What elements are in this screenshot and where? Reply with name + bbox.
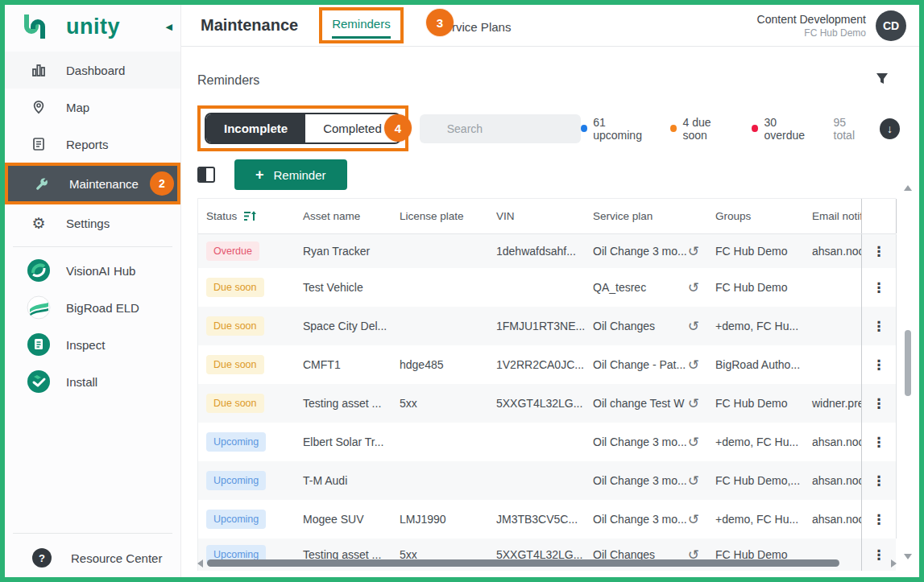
column-header-service-plan[interactable]: Service plan [585,210,707,222]
resource-center-link[interactable]: ? Resource Center [5,539,180,577]
sidebar-item-bigroad-eld[interactable]: BigRoad ELD [5,289,180,326]
actions-row: + Reminder [197,159,903,190]
sidebar-item-map[interactable]: Map [5,89,180,126]
groups-cell: +demo, FC Hu... [707,435,804,448]
vin-cell: JM3TB3CV5C... [488,513,585,526]
vertical-scroll-thumb[interactable] [905,330,911,396]
add-reminder-label: Reminder [274,168,326,182]
bar-chart-icon [31,62,47,78]
horizontal-scroll-thumb[interactable] [207,559,839,567]
legend-upcoming: 61 upcoming [581,116,654,142]
page-title: Maintenance [201,16,298,35]
column-header-groups[interactable]: Groups [707,210,804,222]
kebab-menu-icon[interactable]: ⋮ [872,395,886,412]
status-badge: Due soon [206,355,264,374]
kebab-menu-icon[interactable]: ⋮ [872,243,886,260]
sidebar-divider [13,246,172,247]
gear-icon: ⚙ [31,215,47,231]
tab-reminders[interactable]: Reminders [332,17,391,39]
groups-cell: FC Hub Demo [707,245,804,258]
scroll-up-icon[interactable] [904,185,912,191]
table-row[interactable]: Due soon Testing asset ... 5xx 5XXGT4L32… [198,384,896,423]
status-badge: Due soon [206,278,264,297]
kebab-menu-icon[interactable]: ⋮ [872,318,886,335]
status-badge: Upcoming [206,471,266,490]
sidebar-collapse-icon[interactable]: ◀ [166,22,172,32]
scroll-right-icon[interactable] [891,559,897,568]
scroll-left-icon[interactable] [197,559,203,568]
asset-name-cell: CMFT1 [295,358,392,371]
plus-icon: + [255,167,264,184]
sidebar-item-dashboard[interactable]: Dashboard [5,52,180,89]
table-row[interactable]: Overdue Ryan Tracker 1dehwafdsahf... Oil… [198,234,896,268]
column-header-license-plate[interactable]: License plate [392,210,488,222]
email-notif-cell [804,268,862,307]
annotation-mark-3: 3 [426,9,454,36]
legend-due-soon: 4 due soon [670,116,735,142]
visionai-hub-icon [27,258,51,283]
legend-overdue: 30 overdue [752,116,818,142]
table-row[interactable]: Upcoming T-M Audi Oil Change 3 mo...↺ FC… [198,461,896,500]
sidebar-item-inspect[interactable]: Inspect [5,326,180,363]
table-row[interactable]: Due soon Space City Del... 1FMJU1RT3NE..… [198,307,896,345]
vertical-scrollbar[interactable] [903,184,913,561]
table-row[interactable]: Due soon CMFT1 hdge485 1V2RR2CA0JC... Oi… [198,345,896,384]
sort-ascending-icon[interactable] [243,210,257,222]
email-notif-cell: ahsan.noo [804,234,862,268]
horizontal-scrollbar[interactable] [197,559,897,568]
user-text: Content Development FC Hub Demo [757,13,866,39]
status-badge: Upcoming [206,432,266,452]
inspect-icon [27,332,51,357]
table-row[interactable]: Upcoming Elbert Solar Tr... Oil Change 3… [198,423,896,461]
scroll-down-icon[interactable] [904,554,912,559]
map-pin-icon [31,99,47,115]
history-clock-icon: ↺ [688,281,699,295]
user-avatar[interactable]: CD [876,10,906,41]
app-window: unity ◀ Dashboard Map Reports [0,0,924,582]
kebab-menu-icon[interactable]: ⋮ [872,511,886,528]
status-badge: Due soon [206,316,264,336]
download-icon[interactable]: ↓ [880,118,900,139]
table-row[interactable]: Due soon Test Vehicle QA_tesrec↺ FC Hub … [198,268,896,307]
reminders-table: Status Asset name License plate VIN Serv… [197,198,896,571]
add-reminder-button[interactable]: + Reminder [234,159,347,190]
column-header-status[interactable]: Status [198,210,295,222]
email-notif-cell [804,345,862,384]
column-layout-icon[interactable] [197,167,215,183]
sidebar-item-visionai-hub[interactable]: VisionAI Hub [5,252,180,289]
groups-cell: +demo, FC Hu... [707,320,804,332]
history-clock-icon: ↺ [688,320,699,333]
sidebar-spacer [5,400,180,528]
sidebar-item-reports[interactable]: Reports [5,126,180,163]
column-header-vin[interactable]: VIN [488,210,585,222]
section-head: Reminders [197,72,903,88]
asset-name-cell: Elbert Solar Tr... [295,435,392,448]
sidebar-item-install[interactable]: Install [5,363,180,400]
sidebar: unity ◀ Dashboard Map Reports [5,5,181,577]
search-input[interactable] [420,114,581,143]
service-plan-cell: Oil Change - Pat... [593,358,688,371]
column-header-asset-name[interactable]: Asset name [295,210,392,222]
status-badge: Upcoming [206,510,266,529]
toggle-incomplete[interactable]: Incomplete [206,114,305,142]
license-plate-cell: hdge485 [392,358,488,371]
kebab-menu-icon[interactable]: ⋮ [872,279,886,296]
history-clock-icon: ↺ [688,358,699,372]
column-header-email-notif[interactable]: Email notif [804,199,862,233]
unity-logo-icon [21,13,48,40]
kebab-menu-icon[interactable]: ⋮ [872,434,886,451]
history-clock-icon: ↺ [688,474,699,488]
sidebar-item-label: BigRoad ELD [66,301,139,315]
groups-cell: FC Hub Demo,... [707,474,804,487]
email-notif-cell: widner.pre [804,384,862,423]
kebab-menu-icon[interactable]: ⋮ [872,473,886,489]
report-document-icon [31,136,47,152]
groups-cell: +demo, FC Hu... [707,513,804,526]
status-badge: Overdue [206,241,259,261]
sidebar-item-maintenance[interactable]: Maintenance 2 [5,163,180,204]
annotation-mark-2: 2 [150,171,174,196]
table-row[interactable]: Upcoming Mogee SUV LMJ1990 JM3TB3CV5C...… [198,500,896,539]
kebab-menu-icon[interactable]: ⋮ [872,357,886,374]
sidebar-item-settings[interactable]: ⚙ Settings [5,204,180,241]
filter-icon[interactable] [876,72,889,88]
